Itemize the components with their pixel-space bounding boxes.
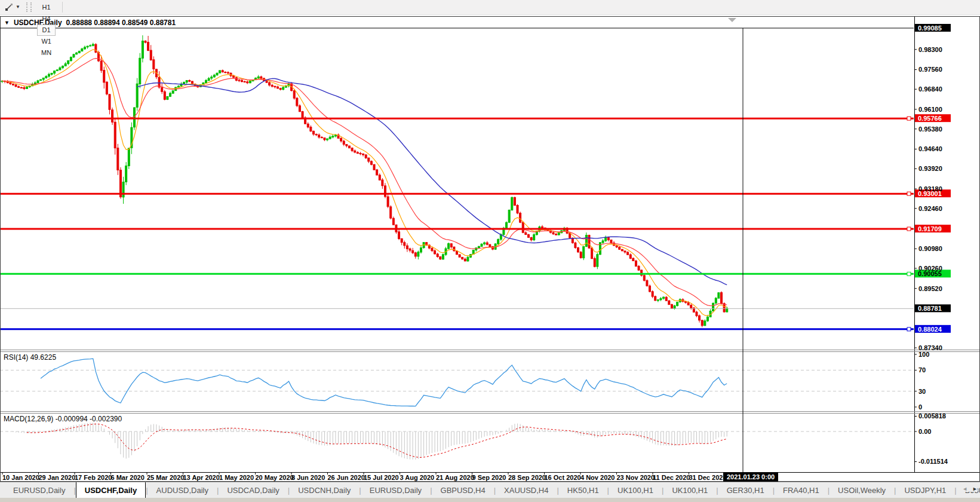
- chart-title: ▼ USDCHF,Daily 0.88888 0.88894 0.88549 0…: [4, 19, 176, 27]
- timeframe-toolbar: M1M5M15M30H1H4D1W1MN: [36, 0, 56, 59]
- chart-tab-usdjpy-h1[interactable]: USDJPY,H1: [896, 483, 954, 497]
- hline-price-text: 0.88024: [918, 326, 942, 333]
- date-tick-label: 21 Aug 2020: [436, 474, 474, 481]
- candles-group: [1, 35, 728, 327]
- date-tick-label: 4 Nov 2020: [580, 474, 615, 481]
- axis-tick-label: 0.98300: [918, 46, 942, 53]
- rsi-scale-label: 0: [918, 403, 922, 411]
- hline-handle[interactable]: [907, 117, 911, 120]
- date-tick-label: 16 Oct 2020: [545, 474, 581, 481]
- axis-tick-label: 0.92460: [918, 205, 942, 212]
- chart-tab-gbpusd-h4[interactable]: GBPUSD,H4: [432, 483, 494, 497]
- date-tick-label: 25 Mar 2020: [147, 474, 184, 481]
- toolbar: ▼ M1M5M15M30H1H4D1W1MN: [0, 0, 980, 15]
- date-tick-label: 31 Dec 2020: [689, 474, 727, 481]
- timeframe-mn[interactable]: MN: [37, 47, 56, 59]
- chart-tab-xauusd-h4[interactable]: XAUUSD,H4: [496, 483, 557, 497]
- date-tick-label: 26 Jun 2020: [328, 474, 365, 481]
- axis-tick-label: 0.97560: [918, 66, 942, 73]
- date-tick-label: 23 Nov 2020: [617, 474, 655, 481]
- axis-tick-label: 0.93920: [918, 165, 942, 172]
- macd-histogram: [2, 423, 727, 460]
- price-chart-canvas: 0.957660.930010.917090.900550.880240.887…: [0, 0, 980, 502]
- chart-tab-uk100-h1[interactable]: UK100,H1: [609, 483, 662, 497]
- chart-tab-eurusd-daily[interactable]: EURUSD,Daily: [361, 483, 430, 497]
- hline-handle[interactable]: [907, 327, 911, 331]
- date-tick-label: 17 Feb 2020: [75, 474, 112, 481]
- scroll-position-marker-icon: [728, 18, 736, 22]
- timeframe-h1[interactable]: H1: [37, 2, 56, 13]
- date-tick-label: 1 May 2020: [219, 474, 254, 481]
- toolbar-grip[interactable]: [26, 2, 32, 12]
- crosshair-tool-button[interactable]: ▼: [2, 2, 23, 13]
- axis-tick-label: 0.96840: [918, 85, 942, 93]
- rsi-scale-label: 30: [918, 388, 926, 395]
- moving-averages-group: [2, 50, 727, 316]
- chart-tab-audusd-daily[interactable]: AUDUSD,Daily: [148, 483, 217, 497]
- date-tick-label: 28 Sep 2020: [508, 474, 546, 481]
- ma-sma50-line: [137, 78, 727, 284]
- rsi-scale-label: 70: [918, 366, 926, 374]
- status-strip: [0, 498, 980, 502]
- macd-pane-group: [0, 423, 914, 460]
- axis-tick-label: 0.93180: [918, 185, 942, 192]
- toolbar-separator: [62, 2, 63, 13]
- rsi-indicator-label: RSI(14) 49.6225: [4, 353, 56, 362]
- chart-tab-eurusd-daily[interactable]: EURUSD,Daily: [5, 483, 73, 497]
- hline-handle[interactable]: [907, 227, 911, 231]
- crosshair-date-tooltip: 2021.01.23 0:00: [723, 473, 778, 482]
- macd-scale-label: 0.005818: [918, 412, 946, 420]
- hline-handle[interactable]: [907, 272, 911, 276]
- tab-scroll-right-button[interactable]: ►: [972, 486, 978, 492]
- chart-tab-uk100-h1[interactable]: UK100,H1: [663, 483, 716, 497]
- date-tick-label: 9 Sep 2020: [472, 474, 506, 481]
- rsi-pane-group: [0, 359, 914, 406]
- ma-ema8-line: [2, 50, 727, 316]
- chart-tab-fra40-h1[interactable]: FRA40,H1: [775, 483, 828, 497]
- rsi-value: 49.6225: [30, 353, 56, 362]
- ma-ema20-line: [2, 59, 727, 306]
- date-tick-label: 10 Jan 2020: [2, 474, 39, 481]
- date-tick-label: 29 Jan 2020: [39, 474, 76, 481]
- axis-tick-label: 0.95380: [918, 126, 942, 133]
- axis-tick-label: 0.94640: [918, 145, 942, 152]
- macd-indicator-label: MACD(12,26,9) -0.000994 -0.002390: [4, 415, 122, 423]
- chart-tab-bar: EURUSD,Daily|USDCHF,Daily|AUDUSD,Daily|U…: [0, 482, 980, 498]
- chart-tab-usoil-weekly[interactable]: USOil,Weekly: [830, 483, 894, 497]
- date-tick-label: 11 Dec 2020: [653, 474, 690, 481]
- axis-tick-label: 0.96100: [918, 106, 942, 113]
- hlines-group: 0.957660.930010.917090.900550.88024: [0, 114, 951, 333]
- chart-ohlc-values: 0.88888 0.88894 0.88549 0.88781: [66, 19, 176, 27]
- chart-dropdown-icon[interactable]: ▼: [4, 20, 10, 26]
- chart-tab-usdchf-daily[interactable]: USDCHF,Daily: [76, 482, 146, 498]
- date-tick-label: 13 Apr 2020: [183, 474, 220, 481]
- rsi-scale-label: 100: [918, 351, 929, 358]
- date-tick-label: 8 Jun 2020: [291, 474, 325, 481]
- hline-price-text: 0.95766: [918, 115, 942, 122]
- axis-tick-label: 0.90980: [918, 245, 942, 252]
- crosshair-price-text: 0.99085: [918, 25, 942, 32]
- chart-tab-hk50-h1[interactable]: HK50,H1: [559, 483, 607, 497]
- rsi-line: [41, 359, 727, 406]
- chart-tab-ger30-h1[interactable]: GER30,H1: [718, 483, 773, 497]
- axis-tick-label: 0.89520: [918, 285, 942, 292]
- hline-handle[interactable]: [907, 192, 911, 195]
- chart-tab-usdcad-daily[interactable]: USDCAD,Daily: [219, 483, 287, 497]
- rsi-name: RSI(14): [4, 353, 28, 362]
- tab-scroll-buttons: ◄ ►: [959, 486, 978, 492]
- date-tick-label: 20 May 2020: [256, 474, 294, 481]
- date-tick-label: 15 Jul 2020: [364, 474, 399, 481]
- timeframe-h4[interactable]: H4: [37, 13, 56, 25]
- current-price-text: 0.88781: [918, 305, 942, 312]
- date-axis-labels: 10 Jan 202029 Jan 202017 Feb 20206 Mar 2…: [2, 473, 727, 481]
- chart-tab-usdcnh-daily[interactable]: USDCNH,Daily: [290, 483, 359, 497]
- timeframe-d1[interactable]: D1: [37, 25, 56, 36]
- dropdown-caret-icon: ▼: [16, 5, 20, 10]
- date-tick-label: 6 Mar 2020: [111, 474, 145, 481]
- macd-scale-label: 0.00: [918, 428, 931, 435]
- macd-name: MACD(12,26,9): [4, 415, 53, 423]
- macd-scale-label: -0.011514: [918, 458, 948, 465]
- macd-values: -0.000994 -0.002390: [56, 415, 122, 423]
- tab-scroll-left-button[interactable]: ◄: [962, 486, 967, 492]
- timeframe-w1[interactable]: W1: [37, 36, 56, 47]
